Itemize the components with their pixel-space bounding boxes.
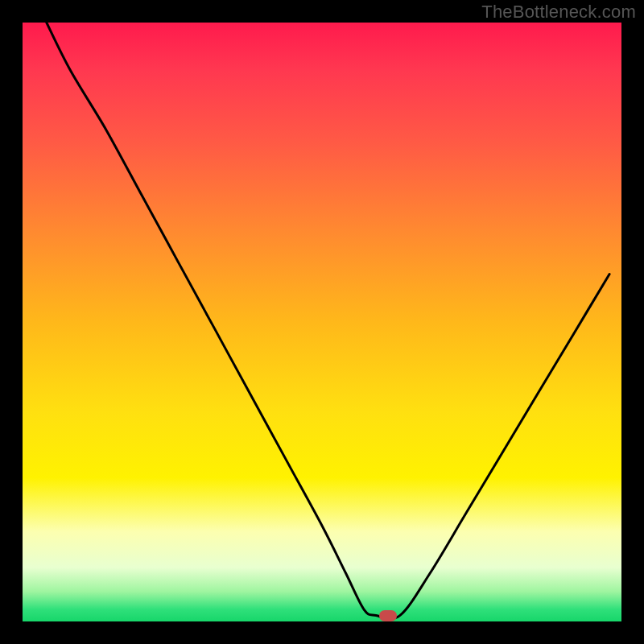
chart-frame: TheBottleneck.com (0, 0, 644, 644)
optimum-marker (379, 610, 397, 621)
gradient-plot-area (23, 23, 621, 621)
attribution-label: TheBottleneck.com (481, 2, 636, 23)
bottleneck-curve (23, 23, 621, 621)
